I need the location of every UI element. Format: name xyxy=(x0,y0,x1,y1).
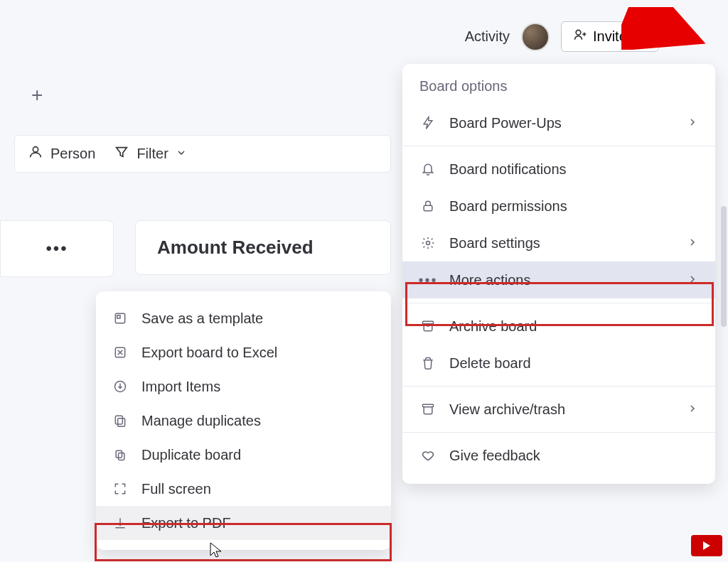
chevron-down-icon xyxy=(176,146,187,162)
export-to-pdf[interactable]: Export to PDF xyxy=(96,506,391,540)
column-header-card: Amount Received xyxy=(135,220,391,275)
delete-board[interactable]: Delete board xyxy=(402,345,715,382)
menu-label: Delete board xyxy=(449,355,531,372)
svg-rect-12 xyxy=(424,205,432,211)
excel-icon xyxy=(112,344,129,361)
menu-label: Board notifications xyxy=(449,161,567,178)
svg-rect-5 xyxy=(117,315,120,318)
person-icon xyxy=(28,144,43,163)
svg-rect-10 xyxy=(116,450,122,458)
svg-rect-15 xyxy=(423,404,434,406)
svg-point-13 xyxy=(427,242,430,245)
menu-label: Board Power-Ups xyxy=(449,115,562,131)
youtube-badge xyxy=(691,535,722,556)
person-filter[interactable]: Person xyxy=(28,144,95,163)
user-plus-icon xyxy=(573,28,587,45)
board-toolbar: Person Filter xyxy=(14,135,391,173)
svg-point-0 xyxy=(576,30,581,35)
download-icon xyxy=(112,378,129,395)
menu-label: Board settings xyxy=(449,235,540,252)
menu-label: Manage duplicates xyxy=(141,413,261,429)
trash-icon xyxy=(419,355,437,372)
svg-rect-14 xyxy=(423,321,434,323)
chevron-right-icon xyxy=(687,272,698,288)
person-label: Person xyxy=(50,146,95,162)
board-menu-button[interactable]: ••• xyxy=(670,23,707,51)
svg-rect-11 xyxy=(119,453,124,460)
menu-label: Duplicate board xyxy=(141,447,241,463)
scrollbar[interactable] xyxy=(721,206,727,327)
menu-label: Import Items xyxy=(141,379,220,395)
full-screen[interactable]: Full screen xyxy=(96,472,391,506)
column-header-label: Amount Received xyxy=(157,237,369,259)
pdf-download-icon xyxy=(112,514,129,531)
menu-title: Board options xyxy=(402,64,715,104)
lightning-icon xyxy=(419,114,437,131)
chevron-right-icon xyxy=(687,401,698,418)
archive-icon xyxy=(419,318,437,335)
expand-icon xyxy=(112,480,129,497)
menu-label: Archive board xyxy=(449,318,537,335)
filter-label: Filter xyxy=(136,146,168,162)
svg-rect-9 xyxy=(118,418,125,427)
copy-icon xyxy=(112,446,129,463)
heart-icon xyxy=(419,447,437,464)
group-kebab-button[interactable]: ••• xyxy=(46,239,68,259)
menu-label: Give feedback xyxy=(449,448,540,464)
archive-board[interactable]: Archive board xyxy=(402,308,715,345)
add-tab-button[interactable]: + xyxy=(31,84,43,107)
board-options-menu: Board options Board Power-Ups Board noti… xyxy=(402,64,715,484)
view-archive-trash[interactable]: View archive/trash xyxy=(402,391,715,428)
duplicates-icon xyxy=(112,412,129,429)
import-items[interactable]: Import Items xyxy=(96,369,391,404)
svg-rect-8 xyxy=(115,416,122,424)
filter-button[interactable]: Filter xyxy=(114,144,186,163)
duplicate-board[interactable]: Duplicate board xyxy=(96,438,391,472)
activity-label[interactable]: Activity xyxy=(465,28,510,45)
manage-duplicates[interactable]: Manage duplicates xyxy=(96,404,391,438)
lock-icon xyxy=(419,198,437,215)
menu-label: View archive/trash xyxy=(449,401,565,418)
template-icon xyxy=(112,310,129,327)
more-actions[interactable]: ••• More actions xyxy=(402,261,715,298)
save-as-template[interactable]: Save as a template xyxy=(96,301,391,335)
menu-label: Board permissions xyxy=(449,198,567,215)
give-feedback[interactable]: Give feedback xyxy=(402,437,715,474)
group-card: ••• xyxy=(0,220,114,277)
bell-icon xyxy=(419,161,437,178)
archive-view-icon xyxy=(419,401,437,418)
more-actions-submenu: Save as a template Export board to Excel… xyxy=(96,291,391,550)
board-permissions[interactable]: Board permissions xyxy=(402,188,715,225)
board-power-ups[interactable]: Board Power-Ups xyxy=(402,104,715,141)
menu-label: More actions xyxy=(449,272,531,288)
board-settings[interactable]: Board settings xyxy=(402,225,715,261)
avatar[interactable] xyxy=(521,23,550,51)
filter-icon xyxy=(114,144,129,163)
menu-label: Save as a template xyxy=(141,310,263,327)
gear-icon xyxy=(419,234,437,252)
board-notifications[interactable]: Board notifications xyxy=(402,151,715,188)
invite-button[interactable]: Invite / 1 xyxy=(561,21,659,52)
chevron-right-icon xyxy=(687,115,698,131)
menu-label: Export board to Excel xyxy=(141,345,277,361)
menu-label: Export to PDF xyxy=(141,515,231,531)
invite-label: Invite / 1 xyxy=(593,28,647,45)
chevron-right-icon xyxy=(687,235,698,252)
svg-point-3 xyxy=(33,147,38,152)
export-to-excel[interactable]: Export board to Excel xyxy=(96,335,391,369)
menu-label: Full screen xyxy=(141,481,211,497)
more-icon: ••• xyxy=(419,271,437,288)
